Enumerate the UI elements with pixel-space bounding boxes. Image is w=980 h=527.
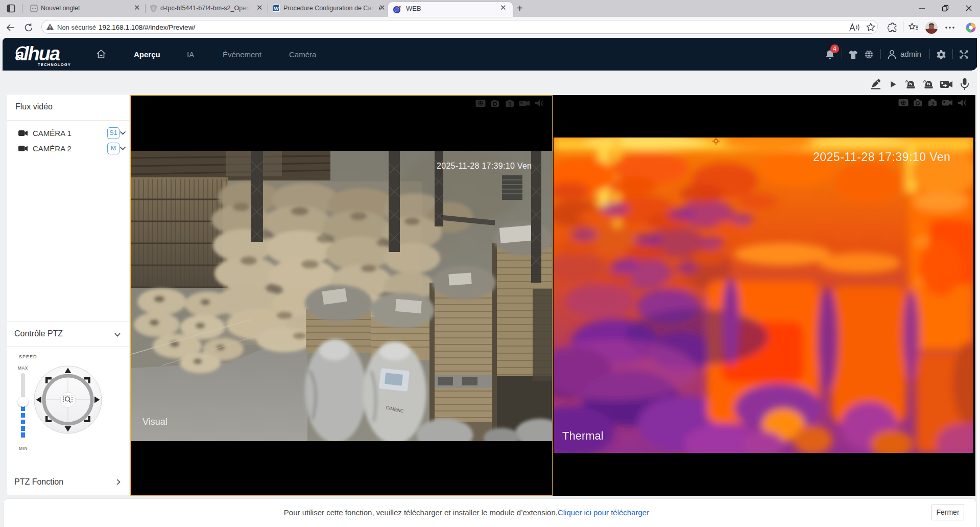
svg-text:2025-11-28 17:39:10 Ven: 2025-11-28 17:39:10 Ven xyxy=(437,162,532,170)
svg-text:lhua: lhua xyxy=(23,43,60,64)
svg-text:2025-11-28 17:39:10 Ven: 2025-11-28 17:39:10 Ven xyxy=(813,150,950,164)
svg-text:Visual: Visual xyxy=(142,417,168,427)
svg-text:Thermal: Thermal xyxy=(562,429,604,442)
svg-text:W: W xyxy=(274,6,279,11)
svg-text:TECHNOLOGY: TECHNOLOGY xyxy=(38,62,70,67)
